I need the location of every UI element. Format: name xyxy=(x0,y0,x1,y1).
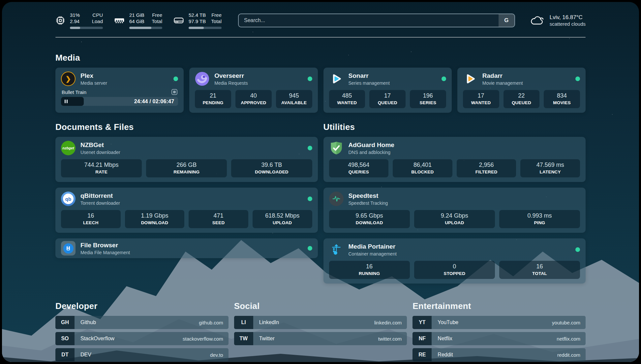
bookmark-badge: YT xyxy=(412,316,432,329)
app-title: Speedtest xyxy=(349,192,388,200)
search-bar: G xyxy=(238,14,515,27)
bookmark-badge: LI xyxy=(234,316,253,329)
plex-card[interactable]: ❯ Plex Media server Bullet Train xyxy=(55,68,184,113)
filebrowser-icon xyxy=(61,241,76,256)
stat-download: 9.65 GbpsDOWNLOAD xyxy=(329,210,410,228)
app-title: File Browser xyxy=(80,241,130,249)
adguard-icon xyxy=(329,141,344,155)
stat-leech: 16LEECH xyxy=(61,210,121,228)
bookmark-url: github.com xyxy=(199,320,223,325)
app-subtitle: Media server xyxy=(80,80,107,86)
stat-movies: 834MOVIES xyxy=(544,90,580,108)
cloud-icon xyxy=(530,15,545,26)
app-subtitle: Torrent downloader xyxy=(80,200,120,206)
qbittorrent-icon: qb xyxy=(61,192,76,206)
bookmark-linkedin[interactable]: LI LinkedIn linkedin.com xyxy=(234,316,407,329)
weather-widget: Lviv, 16.87°C scattered clouds xyxy=(530,14,586,27)
stat-upload: 618.52 MbpsUPLOAD xyxy=(253,210,312,228)
memory-stat: 21 GiBFree 64 GiBTotal xyxy=(114,12,162,29)
stat-approved: 40APPROVED xyxy=(235,90,272,108)
bookmark-url: dev.to xyxy=(210,352,223,358)
app-title: Overseerr xyxy=(214,72,248,80)
bookmark-dev[interactable]: DT DEV dev.to xyxy=(55,348,229,361)
search-input[interactable] xyxy=(239,14,499,27)
bookmark-stackoverflow[interactable]: SO StackOverflow stackoverflow.com xyxy=(55,332,229,345)
app-title: Sonarr xyxy=(349,72,390,80)
nzbget-icon: nzbget xyxy=(61,141,76,155)
status-dot xyxy=(575,76,580,81)
disk-icon xyxy=(173,15,184,25)
stat-queued: 22QUEUED xyxy=(504,90,540,108)
header-divider xyxy=(55,37,586,38)
bookmark-badge: TW xyxy=(234,332,253,345)
bookmark-name: Github xyxy=(80,319,96,325)
stat-total: 16TOTAL xyxy=(499,261,580,279)
bookmark-netflix[interactable]: NF Netflix netflix.com xyxy=(412,332,586,345)
sonarr-icon xyxy=(329,72,344,86)
bookmark-github[interactable]: GH Github github.com xyxy=(55,316,229,329)
stat-pending: 21PENDING xyxy=(195,90,231,108)
overseerr-icon xyxy=(195,72,209,86)
adguard-card[interactable]: AdGuard Home DNS and adblocking 498,564Q… xyxy=(323,137,586,182)
portainer-card[interactable]: Media Portainer Container management 16R… xyxy=(323,238,586,284)
disk-free-label: Free xyxy=(211,12,222,18)
memory-progress-bar xyxy=(129,27,162,29)
app-subtitle: Movie management xyxy=(482,80,523,86)
bookmark-twitter[interactable]: TW Twitter twitter.com xyxy=(234,332,407,345)
cpu-load: 2.94 xyxy=(70,18,79,24)
bookmark-badge: DT xyxy=(55,348,75,361)
bookmark-name: Reddit xyxy=(438,352,453,358)
app-title: Plex xyxy=(80,72,107,80)
memory-free: 21 GiB xyxy=(129,12,144,18)
app-title: Media Portainer xyxy=(349,243,397,251)
stat-series: 196SERIES xyxy=(410,90,446,108)
radarr-card[interactable]: Radarr Movie management 17WANTED 22QUEUE… xyxy=(457,68,586,113)
speedtest-card[interactable]: Speedtest Speedtest Tracking 9.65 GbpsDO… xyxy=(323,188,586,233)
search-engine-button[interactable]: G xyxy=(499,14,514,27)
app-title: NZBGet xyxy=(80,141,120,149)
disk-free: 52.4 TB xyxy=(189,12,206,18)
cpu-load-label: Load xyxy=(92,18,103,24)
section-title-developer: Developer xyxy=(55,301,229,311)
memory-total-label: Total xyxy=(152,18,162,24)
bookmark-name: Netflix xyxy=(438,336,452,342)
utilities-column: Utilities AdGuard Home DNS and adbloc xyxy=(323,122,586,289)
bookmark-name: StackOverflow xyxy=(80,336,114,342)
sonarr-card[interactable]: Sonarr Series management 485WANTED 17QUE… xyxy=(323,68,452,113)
documents-column: Documents & Files nzbget NZBGet Usenet d… xyxy=(55,122,318,289)
bookmark-reddit[interactable]: RE Reddit reddit.com xyxy=(412,348,586,361)
app-title: qBittorrent xyxy=(80,192,120,200)
stat-filtered: 2,956FILTERED xyxy=(457,159,516,177)
disk-total-label: Total xyxy=(211,18,222,24)
stat-queued: 17QUEUED xyxy=(369,90,406,108)
section-title-documents: Documents & Files xyxy=(55,122,318,132)
nzbget-card[interactable]: nzbget NZBGet Usenet downloader 744.21 M… xyxy=(55,137,318,182)
plex-icon: ❯ xyxy=(61,72,76,86)
portainer-icon xyxy=(329,242,344,257)
weather-summary: Lviv, 16.87°C xyxy=(550,14,586,21)
stat-latency: 47.569 msLATENCY xyxy=(520,159,580,177)
overseerr-card[interactable]: Overseerr Media Requests 21PENDING 40APP… xyxy=(189,68,318,113)
stat-wanted: 17WANTED xyxy=(463,90,499,108)
app-subtitle: Media File Management xyxy=(80,250,130,256)
section-title-social: Social xyxy=(234,301,407,311)
speedtest-icon xyxy=(329,192,344,206)
stat-stopped: 0STOPPED xyxy=(414,261,495,279)
pause-icon[interactable] xyxy=(65,100,68,103)
stat-downloaded: 39.6 TBDOWNLOADED xyxy=(231,159,312,177)
cpu-progress-bar xyxy=(70,27,103,29)
app-subtitle: Container management xyxy=(349,251,397,257)
app-title: AdGuard Home xyxy=(349,141,394,149)
top-bar: 31%CPU 2.94Load 21 GiBFree xyxy=(55,12,586,29)
settings-icon[interactable] xyxy=(171,89,177,95)
section-title-utilities: Utilities xyxy=(323,122,586,132)
filebrowser-card[interactable]: File Browser Media File Management xyxy=(55,238,318,258)
app-subtitle: DNS and adblocking xyxy=(349,149,394,155)
memory-icon xyxy=(114,15,125,25)
stat-queries: 498,564QUERIES xyxy=(329,159,389,177)
qbittorrent-card[interactable]: qb qBittorrent Torrent downloader 16LEEC… xyxy=(55,188,318,233)
dashboard-screen: 31%CPU 2.94Load 21 GiBFree xyxy=(2,2,639,362)
bookmark-url: stackoverflow.com xyxy=(183,336,223,342)
bookmark-name: LinkedIn xyxy=(259,319,279,325)
bookmark-youtube[interactable]: YT YouTube youtube.com xyxy=(412,316,586,329)
